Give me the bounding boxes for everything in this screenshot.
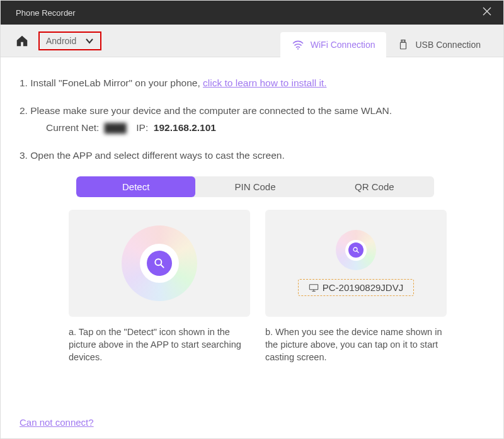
net-label: Current Net: [46, 122, 99, 133]
device-name-box: PC-20190829JDVJ [298, 279, 414, 296]
card-b: PC-20190829JDVJ b. When you see the devi… [265, 210, 447, 364]
cannot-connect-link[interactable]: Can not connect? [20, 417, 94, 428]
svg-rect-2 [401, 42, 406, 49]
device-name: PC-20190829JDVJ [323, 282, 403, 293]
step-2-text: 2. Please make sure your device and the … [20, 105, 392, 116]
tab-usb-label: USB Connection [415, 40, 481, 50]
card-a: a. Tap on the "Detect" icon shown in the… [69, 210, 250, 364]
svg-line-8 [357, 251, 359, 253]
card-b-text: b. When you see the device name shown in… [265, 326, 447, 364]
toolbar: Android WiFi Connection USB Connection [1, 25, 503, 57]
platform-label: Android [46, 36, 76, 46]
card-a-visual [69, 210, 250, 317]
card-b-visual: PC-20190829JDVJ [265, 210, 447, 317]
step-1-text: 1. Install "FoneLab Mirror" on your phon… [20, 77, 203, 88]
instruction-cards: a. Tap on the "Detect" icon shown in the… [69, 210, 447, 364]
ip-value: 192.168.2.101 [154, 122, 216, 133]
network-info: Current Net: ▇▇▇ IP: 192.168.2.101 [20, 121, 484, 135]
step-1: 1. Install "FoneLab Mirror" on your phon… [20, 76, 484, 90]
svg-line-6 [161, 265, 164, 267]
footer: Can not connect? [20, 404, 484, 428]
close-icon[interactable] [482, 6, 492, 20]
detect-ring-small-icon [336, 230, 376, 270]
card-a-text: a. Tap on the "Detect" icon shown in the… [69, 326, 250, 364]
chevron-down-icon [85, 37, 94, 45]
cast-tab-pin[interactable]: PIN Code [195, 176, 314, 197]
install-link[interactable]: click to learn how to install it. [203, 77, 326, 88]
content: 1. Install "FoneLab Mirror" on your phon… [1, 57, 503, 438]
usb-icon [398, 39, 409, 50]
tab-wifi-connection[interactable]: WiFi Connection [280, 32, 387, 57]
net-name: ▇▇▇ [105, 122, 125, 133]
connection-tabs: WiFi Connection USB Connection [280, 25, 492, 57]
search-icon [147, 251, 172, 276]
wifi-icon [292, 38, 304, 51]
monitor-icon [309, 283, 319, 292]
ip-label: IP: [136, 122, 148, 133]
svg-rect-9 [309, 284, 318, 289]
tab-wifi-label: WiFi Connection [311, 40, 375, 50]
step-3: 3. Open the APP and select different way… [20, 149, 484, 162]
cast-method-tabs: Detect PIN Code QR Code [76, 176, 434, 197]
cast-tab-detect[interactable]: Detect [76, 176, 195, 197]
titlebar: Phone Recorder [1, 1, 503, 25]
home-icon[interactable] [14, 33, 30, 48]
tab-usb-connection[interactable]: USB Connection [386, 33, 492, 57]
platform-dropdown[interactable]: Android [38, 31, 101, 50]
cast-tab-qr[interactable]: QR Code [315, 176, 434, 197]
detect-ring-icon [122, 225, 197, 301]
svg-point-0 [297, 48, 299, 50]
window-title: Phone Recorder [16, 8, 76, 18]
step-2: 2. Please make sure your device and the … [20, 104, 484, 135]
